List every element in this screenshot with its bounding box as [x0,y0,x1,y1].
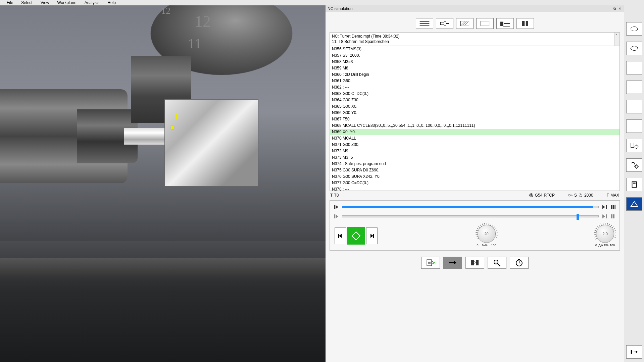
menu-help[interactable]: Help [103,0,120,5]
timer-button[interactable] [510,257,529,269]
tool-tip [176,113,178,119]
export-button[interactable] [626,345,642,359]
nc-line[interactable]: N365 G00 X0. [330,103,620,110]
inspect-button[interactable] [488,257,506,269]
speed-dial-value: 20 [484,232,488,236]
svg-rect-34 [476,260,479,265]
slider-start-icon[interactable] [333,204,339,210]
nc-line[interactable]: N359 M8 [330,65,620,71]
nc-line[interactable]: N369 X0. Y0. [330,129,620,135]
svg-rect-28 [373,234,374,238]
view-machine-button[interactable] [496,18,514,29]
nc-line[interactable]: N378 ; --- [330,186,620,191]
svg-rect-14 [522,21,525,26]
slider-end-b-icon[interactable] [610,204,616,210]
view-tool-button[interactable] [436,18,453,29]
panel-titlebar: NC simulation ⧉ ✕ [326,5,624,12]
slider-end-a-icon[interactable] [601,204,607,210]
svg-rect-19 [606,205,607,209]
nc-line[interactable]: N377 G00 C=DC(0.) [330,180,620,186]
menu-file[interactable]: File [3,0,17,5]
nc-line[interactable]: N360 ; 2D Drill begin [330,71,620,78]
report-button[interactable] [421,257,440,269]
nc-code-list[interactable]: N356 SETMS(3)N357 S3=2000.N358 M3=3N359 … [330,46,620,191]
svg-rect-26 [613,214,614,218]
goto-button[interactable] [443,257,462,269]
nc-line[interactable]: N370 MCALL [330,135,620,142]
nc-line[interactable]: N375 G00 SUPA D0 Z690. [330,167,620,173]
chuck [0,89,128,183]
view-wireframe-button[interactable] [416,18,433,29]
machine-config-button[interactable] [626,139,642,152]
nc-header-scrollbar[interactable] [614,33,620,46]
range-end-b-icon[interactable] [610,213,616,219]
menu-select[interactable]: Select [17,0,36,5]
globe-icon [529,193,534,198]
loop-counter-button[interactable] [626,22,642,36]
feed-dial-value: 2.0 [602,232,607,236]
nc-line[interactable]: N373 M3=5 [330,154,620,161]
nc-line[interactable]: N371 G00 Z30. [330,142,620,148]
nc-line[interactable]: N372 M9 [330,148,620,154]
sidebar-slot-4[interactable] [626,119,642,133]
status-t-value: T8 [334,193,339,198]
sidebar-slot-1[interactable] [626,61,642,74]
panel-close-icon[interactable]: ✕ [618,7,622,11]
view-section-button[interactable] [516,18,534,29]
turret-number: 12 [161,5,170,16]
progress-slider[interactable] [342,206,599,208]
status-f-label: F [607,193,609,198]
tool-holder [164,99,258,187]
nc-line[interactable]: N357 S3=2000. [330,52,620,59]
settings-button[interactable] [626,158,642,172]
nc-line[interactable]: N361 G60 [330,78,620,84]
turret: 12 11 12 [124,5,292,190]
nc-line[interactable]: N368 MCALL CYCLE83(30.,0.,5.,,30.554,,1.… [330,122,620,129]
3d-viewport[interactable]: 12 11 12 [0,5,326,362]
range-end-a-icon[interactable] [601,213,607,219]
nc-line[interactable]: N376 G00 SUPA X242. Y0. [330,173,620,180]
nc-line[interactable]: N374 ; Safe pos. program end [330,161,620,167]
step-forward-button[interactable] [366,227,378,244]
panel-undock-icon[interactable]: ⧉ [612,7,616,11]
nc-line[interactable]: N366 G00 Y0. [330,110,620,116]
menu-workplane[interactable]: Workplane [53,0,81,5]
bottom-toolbar [326,252,624,273]
svg-point-17 [568,194,571,196]
svg-point-41 [631,27,638,31]
svg-rect-27 [338,234,339,238]
turret-number: 12 [195,12,211,31]
menu-analysis[interactable]: Analysis [81,0,104,5]
status-tool: T T8 [330,193,339,198]
svg-rect-3 [440,22,444,24]
menu-view[interactable]: View [37,0,53,5]
speed-dial[interactable]: 20 0%%100 [477,225,496,247]
nc-line[interactable]: N367 F50. [330,116,620,122]
nc-line[interactable]: N362 ; --- [330,84,620,91]
view-mode-toolbar [326,12,624,32]
nc-line[interactable]: N356 SETMS(3) [330,46,620,52]
svg-line-9 [465,22,468,25]
nc-line[interactable]: N363 G00 C=DC(0.) [330,91,620,97]
sidebar-slot-2[interactable] [626,81,642,94]
collision-button[interactable] [465,257,484,269]
step-back-button[interactable] [335,227,346,244]
status-spindle-group: S 2000 [568,193,593,198]
range-slider[interactable] [342,215,599,217]
range-start-icon[interactable] [333,213,339,219]
play-button[interactable] [347,227,365,245]
machine-bed [0,241,326,362]
loop-clockwise-button[interactable] [626,42,642,55]
svg-rect-40 [518,259,520,260]
nc-line[interactable]: N358 M3=3 [330,59,620,65]
nc-line[interactable]: N364 G00 Z30. [330,97,620,103]
warning-button[interactable] [626,197,642,211]
feed-dial[interactable]: 2.0 0⋀⋀ F%100 [595,225,615,247]
svg-rect-20 [611,205,612,209]
svg-rect-4 [444,22,446,25]
svg-line-7 [461,22,465,25]
sidebar-slot-3[interactable] [626,100,642,113]
view-hatch-button[interactable] [456,18,474,29]
document-button[interactable] [626,178,642,191]
view-blank-button[interactable] [476,18,494,29]
